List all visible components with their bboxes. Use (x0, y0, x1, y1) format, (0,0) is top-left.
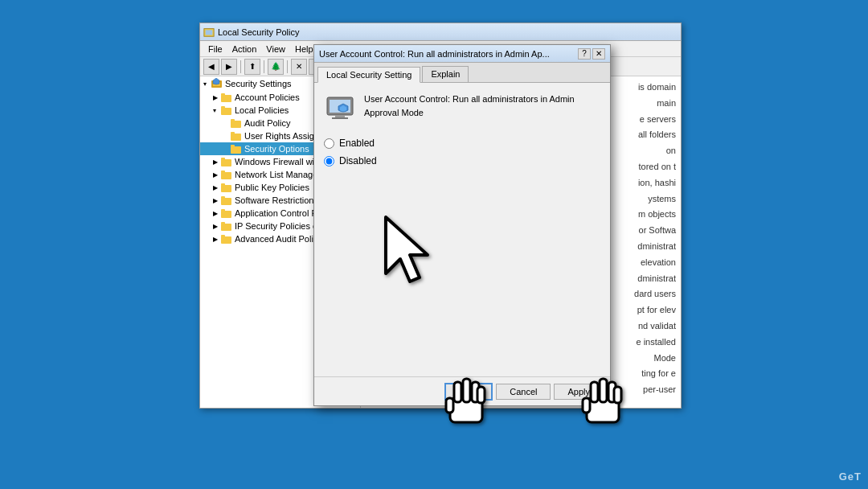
dialog-tabs: Local Security Setting Explain (314, 63, 610, 83)
svg-rect-31 (332, 117, 348, 119)
svg-rect-4 (221, 95, 231, 102)
svg-rect-20 (221, 198, 231, 205)
menu-view[interactable]: View (261, 43, 290, 55)
svg-rect-1 (206, 30, 213, 35)
svg-rect-25 (221, 222, 225, 224)
folder-icon-audit (231, 118, 242, 128)
tree-arrow: ▾ (203, 80, 211, 88)
tree-arrow: ▶ (213, 236, 221, 243)
folder-icon-public-key (221, 183, 232, 192)
folder-icon-user-rights (231, 131, 242, 141)
account-policies-label: Account Policies (235, 92, 300, 102)
tree-arrow: ▶ (213, 223, 221, 230)
dialog-titlebar: User Account Control: Run all administra… (314, 45, 610, 63)
delete-button[interactable]: ✕ (291, 59, 307, 75)
svg-rect-18 (221, 185, 231, 192)
tree-arrow: ▶ (213, 94, 221, 101)
tree-arrow: ▶ (213, 171, 221, 179)
folder-icon-software (221, 195, 232, 205)
radio-group: Enabled Disabled (324, 138, 600, 166)
svg-rect-7 (221, 106, 225, 109)
folder-icon-security-options (231, 144, 242, 154)
folder-icon-ip-security (221, 221, 232, 231)
folder-icon-network (221, 170, 232, 179)
folder-icon-account (221, 92, 232, 102)
dialog-header-row: User Account Control: Run all administra… (324, 92, 600, 125)
show-hide-tree[interactable]: 🌲 (268, 59, 284, 75)
svg-rect-16 (221, 172, 231, 179)
audit-policy-label: Audit Policy (244, 118, 290, 128)
toolbar-separator (240, 60, 241, 73)
dialog-body: User Account Control: Run all administra… (314, 83, 610, 183)
uac-dialog-icon (324, 92, 356, 125)
watermark: GeT (839, 471, 862, 483)
apply-button[interactable]: Apply (554, 384, 604, 400)
tree-arrow: ▶ (213, 210, 221, 217)
dialog-footer: OK Cancel Apply (314, 376, 610, 405)
svg-rect-30 (335, 115, 345, 117)
svg-rect-22 (221, 211, 231, 218)
tree-arrow: ▶ (213, 158, 221, 166)
folder-icon-app-control (221, 208, 232, 218)
svg-rect-24 (221, 224, 231, 231)
radio-disabled[interactable] (324, 156, 334, 166)
back-button[interactable]: ◀ (203, 59, 219, 75)
svg-rect-14 (221, 159, 231, 166)
dialog-header-text: User Account Control: Run all administra… (364, 92, 600, 119)
folder-icon-firewall (221, 157, 232, 166)
svg-rect-5 (221, 93, 225, 96)
up-button[interactable]: ⬆ (244, 59, 260, 75)
svg-rect-21 (221, 196, 225, 199)
toolbar-separator-3 (287, 60, 288, 73)
forward-button[interactable]: ▶ (221, 59, 237, 75)
local-policies-label: Local Policies (235, 105, 289, 115)
dialog-help-button[interactable]: ? (578, 48, 591, 60)
security-settings-label: Security Settings (225, 79, 292, 88)
svg-rect-13 (231, 145, 235, 147)
svg-rect-27 (221, 235, 225, 237)
svg-rect-10 (231, 134, 241, 141)
main-titlebar: Local Security Policy (200, 23, 681, 41)
main-title: Local Security Policy (218, 27, 678, 37)
folder-icon-local (221, 105, 232, 115)
svg-rect-15 (221, 158, 225, 160)
toolbar-separator-2 (264, 60, 264, 73)
cancel-button[interactable]: Cancel (496, 384, 551, 400)
tab-local-security-setting[interactable]: Local Security Setting (317, 67, 420, 83)
svg-rect-23 (221, 209, 225, 212)
security-settings-icon (211, 78, 223, 89)
tab-explain[interactable]: Explain (422, 66, 469, 82)
window-icon (203, 27, 215, 38)
radio-disabled-label: Disabled (339, 155, 377, 166)
ok-button[interactable]: OK (444, 383, 493, 401)
uac-dialog: User Account Control: Run all administra… (313, 44, 611, 406)
menu-action[interactable]: Action (227, 43, 262, 55)
radio-disabled-option[interactable]: Disabled (324, 155, 600, 166)
svg-rect-8 (231, 121, 241, 128)
radio-enabled[interactable] (324, 138, 334, 149)
tree-arrow: ▾ (213, 107, 221, 114)
svg-rect-17 (221, 171, 225, 173)
folder-icon-advanced-audit (221, 234, 232, 244)
tree-arrow: ▶ (213, 197, 221, 204)
svg-rect-12 (231, 146, 241, 154)
public-key-label: Public Key Policies (235, 183, 309, 192)
svg-rect-6 (221, 108, 231, 115)
svg-rect-26 (221, 236, 231, 244)
dialog-title: User Account Control: Run all administra… (319, 49, 578, 59)
radio-enabled-option[interactable]: Enabled (324, 138, 600, 149)
svg-rect-11 (231, 132, 235, 134)
svg-rect-19 (221, 183, 225, 186)
svg-rect-9 (231, 119, 235, 121)
radio-enabled-label: Enabled (339, 138, 375, 149)
menu-file[interactable]: File (203, 43, 227, 55)
dialog-close-button[interactable]: ✕ (592, 48, 605, 60)
tree-arrow: ▶ (213, 184, 221, 191)
security-options-label: Security Options (244, 144, 309, 154)
dialog-titlebar-buttons: ? ✕ (578, 48, 605, 60)
